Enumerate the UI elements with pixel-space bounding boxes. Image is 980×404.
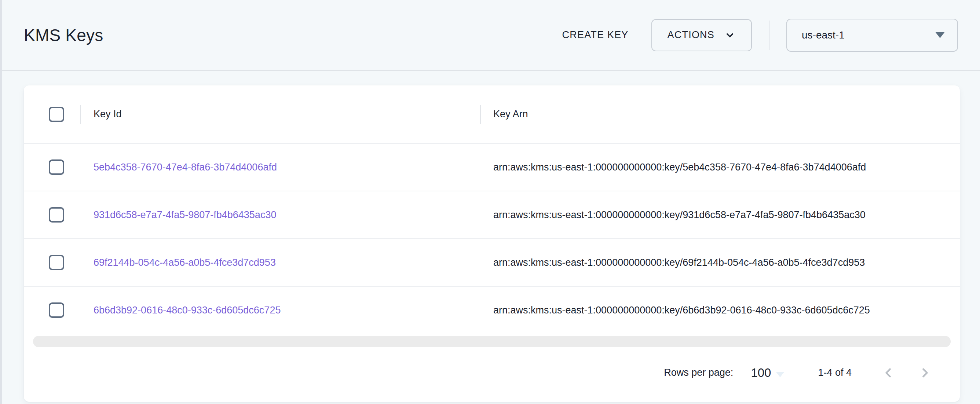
next-page-button[interactable] [914,362,936,384]
key-arn-cell: arn:aws:kms:us-east-1:000000000000:key/5… [493,162,866,173]
header-actions: CREATE KEY ACTIONS us-east-1 [551,19,958,52]
key-arn-cell: arn:aws:kms:us-east-1:000000000000:key/6… [493,257,865,268]
table-row: 931d6c58-e7a7-4fa5-9807-fb4b6435ac30 arn… [24,191,960,238]
actions-button-label: ACTIONS [668,29,714,41]
column-header-key-id[interactable]: Key Id [81,108,480,120]
rows-per-page-value: 100 [751,366,771,380]
key-arn-cell: arn:aws:kms:us-east-1:000000000000:key/6… [493,305,870,316]
header-divider [769,21,770,50]
pagination-bar: Rows per page: 100 1-4 of 4 [24,347,960,402]
key-id-link[interactable]: 931d6c58-e7a7-4fa5-9807-fb4b6435ac30 [94,209,276,220]
row-checkbox[interactable] [49,159,64,175]
row-checkbox[interactable] [49,302,64,318]
region-select-value: us-east-1 [802,29,845,41]
select-all-cell [24,107,80,122]
table-row: 5eb4c358-7670-47e4-8fa6-3b74d4006afd arn… [24,143,960,191]
horizontal-scrollbar[interactable] [33,336,951,347]
table-row: 69f2144b-054c-4a56-a0b5-4fce3d7cd953 arn… [24,238,960,286]
actions-button[interactable]: ACTIONS [651,19,752,51]
region-select[interactable]: us-east-1 [786,19,958,52]
caret-down-icon [935,32,945,38]
create-key-button[interactable]: CREATE KEY [551,22,640,48]
app-root: KMS Keys CREATE KEY ACTIONS us-east-1 [0,0,980,404]
key-id-link[interactable]: 5eb4c358-7670-47e4-8fa6-3b74d4006afd [94,162,277,173]
select-all-checkbox[interactable] [49,107,64,122]
chevron-right-icon [917,365,933,381]
column-header-key-arn[interactable]: Key Arn [481,108,960,120]
key-arn-cell: arn:aws:kms:us-east-1:000000000000:key/9… [493,209,865,220]
keys-table-card: Key Id Key Arn 5eb4c358-7670-47e4-8fa6-3… [24,86,960,402]
page-content: Key Id Key Arn 5eb4c358-7670-47e4-8fa6-3… [0,71,980,402]
chevron-down-icon [724,29,736,41]
page-header: KMS Keys CREATE KEY ACTIONS us-east-1 [0,0,980,71]
row-checkbox[interactable] [49,207,64,223]
previous-page-button[interactable] [877,362,899,384]
table-header-row: Key Id Key Arn [24,86,960,143]
row-checkbox[interactable] [49,255,64,270]
caret-down-icon [776,372,784,377]
page-title: KMS Keys [24,25,103,45]
chevron-left-icon [880,365,896,381]
rows-per-page-label: Rows per page: [664,367,733,379]
pagination-range: 1-4 of 4 [818,367,852,379]
rows-per-page-select[interactable]: 100 [751,366,784,380]
key-id-link[interactable]: 6b6d3b92-0616-48c0-933c-6d605dc6c725 [94,305,281,316]
table-row: 6b6d3b92-0616-48c0-933c-6d605dc6c725 arn… [24,286,960,334]
key-id-link[interactable]: 69f2144b-054c-4a56-a0b5-4fce3d7cd953 [94,257,276,268]
window-left-edge [0,0,2,404]
